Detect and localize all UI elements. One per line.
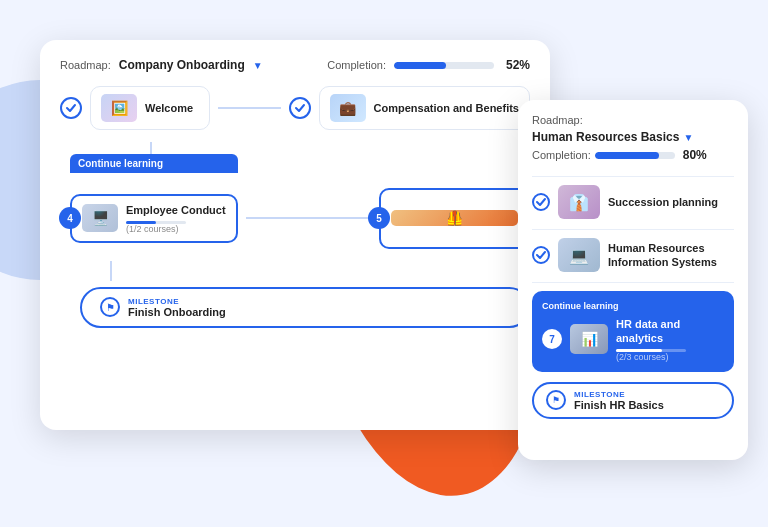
sec-roadmap-label: Roadmap: <box>532 114 583 126</box>
employee-thumb: 🖥️ <box>82 204 118 232</box>
employee-conduct-node[interactable]: 4 🖥️ Employee Conduct (1/2 courses) <box>70 194 238 242</box>
v-connector-2 <box>110 261 112 281</box>
hr-analytics-info: HR data and analytics (2/3 courses) <box>616 317 724 362</box>
connector-1 <box>218 107 281 109</box>
employee-sub: (1/2 courses) <box>126 224 226 234</box>
secondary-card-header: Roadmap: Human Resources Basics ▼ Comple… <box>532 114 734 162</box>
continue-learning-banner-1: Continue learning <box>70 154 238 173</box>
sec-progress-bar <box>595 152 675 159</box>
sec-milestone-flag-icon: ⚑ <box>546 390 566 410</box>
sec-roadmap-title: Human Resources Basics <box>532 130 679 144</box>
comp-benefits-node[interactable]: 💼 Compensation and Benefits <box>319 86 530 130</box>
milestone-label: MILESTONE <box>128 297 226 306</box>
main-progress-fill <box>394 62 446 69</box>
sec-milestone-title: Finish HR Basics <box>574 399 664 411</box>
welcome-check <box>60 97 82 119</box>
sec-milestone-text: MILESTONE Finish HR Basics <box>574 390 664 411</box>
employee-info: Employee Conduct (1/2 courses) <box>126 203 226 233</box>
completion-label: Completion: <box>327 59 386 71</box>
succession-thumb: 👔 <box>558 185 600 219</box>
sec-completion-label: Completion: <box>532 149 591 161</box>
hr-analytics-sub: (2/3 courses) <box>616 352 724 362</box>
dropdown-arrow-icon[interactable]: ▼ <box>253 60 263 71</box>
welcome-node[interactable]: 🖼️ Welcome <box>90 86 210 130</box>
divider-3 <box>532 282 734 283</box>
welcome-thumb: 🖼️ <box>101 94 137 122</box>
milestone-node-main: ⚑ MILESTONE Finish Onboarding <box>80 287 530 328</box>
continue-learning-label: Continue learning <box>542 301 724 311</box>
milestone-text: MILESTONE Finish Onboarding <box>128 297 226 318</box>
hr-analytics-title: HR data and analytics <box>616 317 724 346</box>
hr-analytics-badge: 7 <box>542 329 562 349</box>
succession-row: 👔 Succession planning <box>532 185 734 219</box>
divider-1 <box>532 176 734 177</box>
succession-check <box>532 193 550 211</box>
hris-thumb: 💻 <box>558 238 600 272</box>
main-roadmap-card: Roadmap: Company Onboarding ▼ Completion… <box>40 40 550 430</box>
hris-item[interactable]: 💻 Human Resources Information Systems <box>558 238 734 272</box>
milestone-title: Finish Onboarding <box>128 306 226 318</box>
hris-check <box>532 246 550 264</box>
hr-analytics-item[interactable]: 7 📊 HR data and analytics (2/3 courses) <box>542 317 724 362</box>
main-card-header: Roadmap: Company Onboarding ▼ Completion… <box>60 58 530 72</box>
divider-2 <box>532 229 734 230</box>
hris-row: 💻 Human Resources Information Systems <box>532 238 734 272</box>
lower-nodes-row: Continue learning 4 🖥️ Employee Conduct … <box>60 170 530 249</box>
safety-badge: 5 <box>368 207 390 229</box>
employee-title: Employee Conduct <box>126 203 226 217</box>
comp-title: Compensation and Benefits <box>374 101 519 115</box>
welcome-title: Welcome <box>145 101 193 115</box>
secondary-roadmap-card: Roadmap: Human Resources Basics ▼ Comple… <box>518 100 748 460</box>
connector-2 <box>246 217 371 219</box>
main-completion-pct: 52% <box>506 58 530 72</box>
main-progress-bar <box>394 62 494 69</box>
comp-check <box>289 97 311 119</box>
top-nodes-row: 🖼️ Welcome 💼 Compensation and Benefits <box>60 86 530 130</box>
sec-dropdown-icon[interactable]: ▼ <box>683 132 693 143</box>
sec-milestone-label: MILESTONE <box>574 390 664 399</box>
sec-completion-pct: 80% <box>683 148 707 162</box>
succession-item[interactable]: 👔 Succession planning <box>558 185 734 219</box>
milestone-flag-icon: ⚑ <box>100 297 120 317</box>
milestone-row: ⚑ MILESTONE Finish Onboarding <box>60 287 530 328</box>
succession-title: Succession planning <box>608 195 718 209</box>
hris-title: Human Resources Information Systems <box>608 241 734 270</box>
safety-security-node[interactable]: 5 🦺 Safety and Security <box>379 188 530 249</box>
employee-badge: 4 <box>59 207 81 229</box>
milestone-node-secondary: ⚑ MILESTONE Finish HR Basics <box>532 382 734 419</box>
continue-learning-block: Continue learning 7 📊 HR data and analyt… <box>532 291 734 372</box>
sec-progress-fill <box>595 152 659 159</box>
employee-conduct-wrapper: Continue learning 4 🖥️ Employee Conduct … <box>70 176 238 242</box>
main-roadmap-title: Company Onboarding <box>119 58 245 72</box>
hr-analytics-thumb: 📊 <box>570 324 608 354</box>
comp-thumb: 💼 <box>330 94 366 122</box>
safety-thumb: 🦺 <box>391 210 518 226</box>
roadmap-label: Roadmap: <box>60 59 111 71</box>
